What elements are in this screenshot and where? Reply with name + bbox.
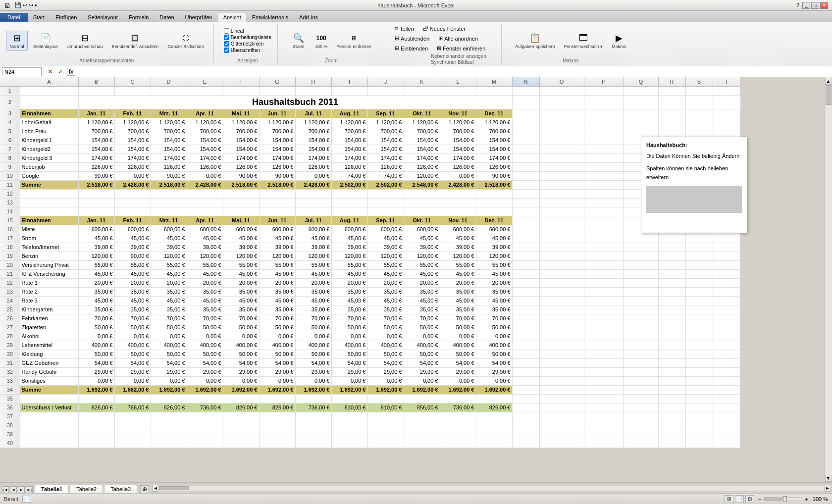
cell[interactable] — [685, 287, 713, 296]
cell[interactable] — [512, 118, 539, 127]
cell[interactable] — [114, 421, 151, 430]
cell[interactable]: 90,00 € — [223, 171, 259, 180]
cell[interactable] — [259, 86, 295, 95]
cell[interactable] — [440, 189, 476, 198]
cell[interactable] — [685, 109, 713, 118]
cell[interactable]: 45,00 € — [295, 296, 331, 305]
cell[interactable] — [539, 180, 584, 189]
cell[interactable] — [78, 189, 114, 198]
umbruchvorschau-btn[interactable]: ⊟ Umbruchvorschau — [63, 31, 106, 50]
cell[interactable]: 90,00 € — [114, 252, 151, 260]
cell[interactable]: Kindergeld2 — [20, 145, 78, 153]
status-icon-btn[interactable]: 📄 — [22, 496, 31, 503]
cell[interactable] — [404, 430, 440, 439]
cell[interactable]: Nebenjob — [20, 162, 78, 171]
cell[interactable] — [713, 127, 740, 136]
cell[interactable] — [584, 358, 624, 367]
cell[interactable] — [713, 118, 740, 127]
cell[interactable] — [539, 394, 584, 403]
cell[interactable]: 154,00 € — [187, 145, 223, 153]
cell[interactable] — [584, 198, 624, 207]
cell[interactable]: 174,00 € — [78, 153, 114, 162]
cell[interactable] — [223, 198, 259, 207]
ueberschriften-check[interactable]: Überschriften — [224, 48, 271, 53]
cell[interactable] — [713, 323, 740, 332]
cell[interactable] — [539, 412, 584, 421]
cell[interactable]: Jan. 11 — [78, 109, 114, 118]
cell[interactable]: 154,00 € — [404, 136, 440, 145]
cell[interactable]: 35,00 € — [331, 287, 367, 296]
cell[interactable]: 2.518,00 € — [476, 180, 512, 189]
cell[interactable] — [114, 430, 151, 439]
cell[interactable] — [584, 118, 624, 127]
cell[interactable]: 39,00 € — [295, 243, 331, 252]
cell[interactable]: 70,00 € — [78, 314, 114, 323]
row-header[interactable]: 14 — [0, 207, 20, 216]
cell[interactable]: 2.518,00 € — [259, 180, 295, 189]
cell[interactable]: 35,00 € — [295, 287, 331, 296]
ganzer-bildschirm-btn[interactable]: ⛶ Ganzer Bildschirm — [164, 31, 208, 50]
cell[interactable] — [584, 171, 624, 180]
cell[interactable]: 70,00 € — [151, 314, 187, 323]
row-header[interactable]: 8 — [0, 153, 20, 162]
col-header-c[interactable]: C — [114, 77, 151, 86]
cell[interactable] — [713, 385, 740, 394]
cell[interactable] — [78, 421, 114, 430]
cell[interactable] — [539, 269, 584, 278]
col-header-n[interactable]: N — [512, 77, 539, 86]
cell[interactable]: 35,00 € — [78, 287, 114, 296]
cell[interactable]: Sonstiges — [20, 376, 78, 385]
cell[interactable]: 50,00 € — [78, 323, 114, 332]
dropdown-qa-btn[interactable]: ▾ — [35, 3, 37, 8]
cell[interactable]: 70,00 € — [114, 314, 151, 323]
cell[interactable]: 154,00 € — [78, 145, 114, 153]
cell[interactable] — [512, 278, 539, 287]
cell[interactable]: 1.692,00 € — [187, 385, 223, 394]
cell[interactable]: 50,00 € — [151, 350, 187, 358]
cell[interactable]: Benzin — [20, 252, 78, 260]
cell[interactable]: 54,00 € — [223, 358, 259, 367]
cell[interactable] — [713, 86, 740, 95]
cell[interactable]: 126,00 € — [295, 162, 331, 171]
cell[interactable]: Dez. 11 — [476, 216, 512, 225]
cell[interactable] — [476, 207, 512, 216]
cell[interactable]: Mrz. 11 — [151, 216, 187, 225]
undo-qa-btn[interactable]: ↩ — [23, 2, 27, 8]
cell[interactable]: 174,00 € — [331, 153, 367, 162]
cell[interactable] — [713, 269, 740, 278]
cell[interactable]: 1.692,00 € — [367, 385, 404, 394]
cell[interactable]: 50,00 € — [331, 350, 367, 358]
cell[interactable] — [713, 234, 740, 243]
cell[interactable]: 70,00 € — [331, 314, 367, 323]
neues-fenster-btn[interactable]: 🗗 Neues Fenster — [419, 24, 469, 33]
cell[interactable]: 1.120,00 € — [440, 118, 476, 127]
cell[interactable]: 39,00 € — [440, 243, 476, 252]
cell[interactable]: Rate 1 — [20, 278, 78, 287]
cell[interactable] — [624, 234, 658, 243]
cell[interactable]: Jun. 11 — [259, 109, 295, 118]
cell[interactable] — [512, 350, 539, 358]
cell[interactable] — [685, 260, 713, 269]
cell[interactable]: Einnahmen — [20, 109, 78, 118]
cell[interactable] — [512, 153, 539, 162]
cell[interactable] — [404, 421, 440, 430]
tab-prev-btn[interactable]: ◄ — [10, 486, 17, 493]
cell[interactable] — [295, 412, 331, 421]
cell[interactable]: 35,00 € — [187, 305, 223, 314]
cell[interactable]: 35,00 € — [331, 305, 367, 314]
cell[interactable]: 50,00 € — [187, 350, 223, 358]
cell[interactable]: 0,00 € — [404, 332, 440, 341]
cell[interactable] — [331, 86, 367, 95]
minimize-btn[interactable]: _ — [802, 2, 810, 9]
row-header[interactable]: 10 — [0, 171, 20, 180]
cell[interactable] — [151, 439, 187, 448]
cell[interactable] — [584, 421, 624, 430]
cell[interactable] — [658, 127, 685, 136]
cell[interactable]: 39,00 € — [78, 243, 114, 252]
save-qa-btn[interactable]: 💾 — [14, 2, 21, 8]
row-header[interactable]: 19 — [0, 252, 20, 260]
bearbeitungsleiste-check[interactable]: Bearbeitungsleiste — [224, 35, 271, 40]
cell[interactable]: 0,00 € — [440, 171, 476, 180]
cell[interactable]: 810,00 € — [367, 403, 404, 412]
cell[interactable]: 29,00 € — [114, 367, 151, 376]
